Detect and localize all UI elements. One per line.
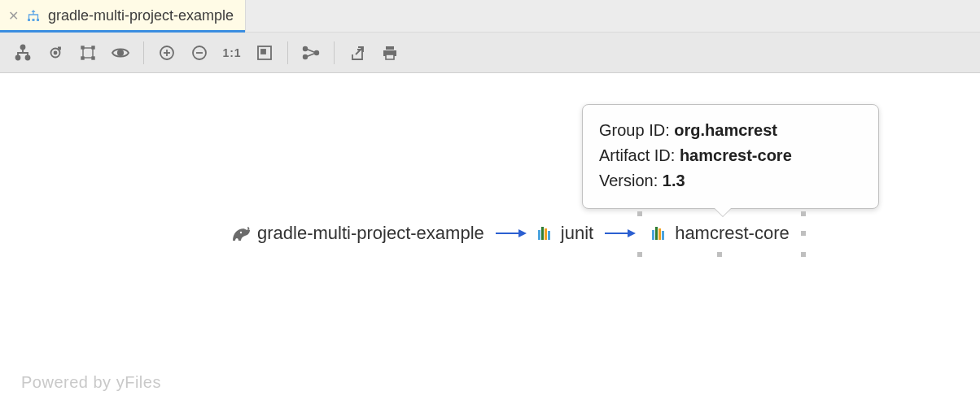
node-tooltip: Group ID: org.hamcrest Artifact ID: hamc… [582, 104, 879, 209]
selection-handle [801, 231, 806, 236]
selection-handle [801, 252, 806, 257]
svg-rect-43 [652, 230, 654, 240]
gradle-tab-icon [25, 8, 42, 24]
svg-marker-4 [32, 10, 36, 12]
svg-line-29 [307, 53, 315, 56]
graph-node-root[interactable]: gradle-multi-project-example [228, 223, 484, 244]
one-to-one-icon[interactable]: 1:1 [216, 37, 248, 69]
svg-rect-44 [655, 227, 658, 240]
powered-by-label: Powered by yFiles [21, 373, 161, 392]
svg-point-26 [304, 54, 308, 59]
tooltip-group-value: org.hamcrest [674, 121, 777, 139]
svg-rect-1 [33, 19, 35, 21]
diagram-canvas[interactable]: Group ID: org.hamcrest Artifact ID: hamc… [0, 73, 980, 413]
svg-rect-45 [658, 228, 661, 240]
svg-point-27 [315, 50, 319, 54]
library-icon [650, 224, 668, 242]
selection-handle [637, 252, 642, 257]
svg-rect-16 [92, 57, 94, 59]
dependency-graph: gradle-multi-project-example junit [228, 220, 794, 247]
print-icon[interactable] [374, 37, 406, 69]
tab-strip: ✕ gradle-multi-project-example [0, 0, 980, 33]
svg-rect-24 [261, 50, 265, 54]
svg-marker-42 [628, 229, 636, 237]
svg-rect-0 [28, 19, 30, 21]
svg-marker-36 [518, 229, 527, 237]
svg-point-11 [55, 51, 57, 54]
selection-icon[interactable] [72, 37, 104, 69]
tab-active[interactable]: ✕ gradle-multi-project-example [0, 0, 246, 32]
svg-point-5 [21, 45, 25, 49]
svg-rect-37 [538, 230, 540, 240]
close-icon[interactable]: ✕ [8, 10, 19, 23]
graph-node-junit[interactable]: junit [536, 223, 593, 244]
toolbar-separator [334, 41, 335, 64]
svg-point-8 [16, 55, 20, 59]
show-paths-icon[interactable] [295, 37, 327, 69]
svg-rect-38 [541, 227, 544, 240]
layout-icon[interactable] [7, 37, 39, 69]
svg-line-28 [307, 49, 315, 52]
selection-handle [717, 252, 722, 257]
svg-point-17 [118, 50, 123, 54]
svg-rect-12 [83, 48, 93, 58]
svg-point-9 [26, 55, 30, 59]
svg-rect-39 [545, 228, 547, 240]
library-icon [536, 224, 554, 242]
zoom-in-icon[interactable] [151, 37, 183, 69]
selection-handle [801, 211, 806, 216]
svg-point-34 [240, 232, 242, 233]
open-new-window-icon[interactable] [341, 37, 374, 69]
tooltip-artifact-value: hamcrest-core [680, 146, 792, 164]
tooltip-artifact-label: Artifact ID: [599, 146, 680, 164]
svg-rect-13 [81, 46, 84, 49]
svg-point-25 [304, 46, 308, 50]
graph-node-junit-label: junit [561, 223, 593, 244]
toolbar: 1:1 [0, 33, 980, 73]
tooltip-version-value: 1.3 [663, 172, 685, 189]
find-path-icon[interactable] [39, 37, 72, 69]
gradle-icon [228, 224, 251, 242]
dependency-arrow [494, 228, 527, 239]
fit-content-icon[interactable] [248, 37, 281, 69]
toolbar-separator [143, 41, 144, 64]
tooltip-group-label: Group ID: [599, 121, 674, 139]
toolbar-separator [287, 41, 288, 64]
svg-rect-14 [92, 46, 94, 49]
svg-rect-31 [386, 46, 394, 50]
svg-rect-15 [81, 57, 84, 59]
graph-node-hamcrest-label: hamcrest-core [675, 223, 790, 244]
dependency-arrow [603, 228, 636, 239]
svg-rect-2 [37, 19, 39, 21]
svg-rect-40 [548, 231, 550, 240]
one-to-one-label: 1:1 [222, 46, 241, 59]
tooltip-pointer [715, 208, 731, 216]
graph-node-hamcrest[interactable]: hamcrest-core [645, 220, 794, 247]
tab-title: gradle-multi-project-example [48, 7, 234, 24]
svg-rect-33 [386, 54, 394, 59]
eye-icon[interactable] [104, 37, 137, 69]
tooltip-version-label: Version: [599, 172, 663, 189]
selection-handle [637, 211, 642, 216]
graph-node-root-label: gradle-multi-project-example [257, 223, 484, 244]
zoom-out-icon[interactable] [183, 37, 216, 69]
svg-rect-46 [662, 231, 664, 240]
